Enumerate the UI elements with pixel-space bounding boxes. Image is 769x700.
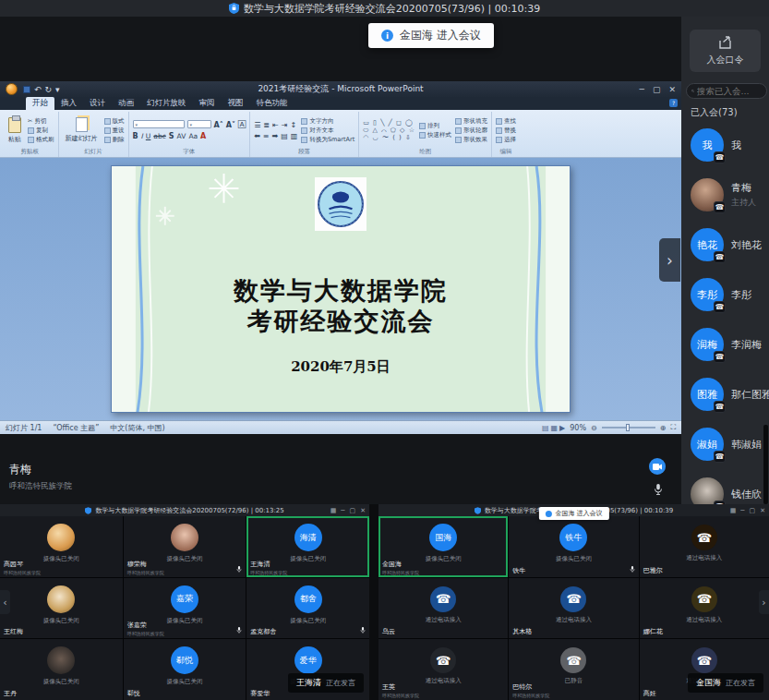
quick-access-toolbar[interactable]: ↶ ↻ ▾ — [23, 85, 60, 94]
participant-row[interactable]: ☎ 钱佳欣 — [681, 469, 769, 504]
tab-animations[interactable]: 动画 — [112, 97, 140, 110]
video-tile[interactable]: 摄像头已关闭 王丹 — [0, 639, 123, 700]
strikethrough-button[interactable]: abc — [153, 132, 165, 140]
arrange-button[interactable]: 排列 — [419, 122, 451, 130]
maximize-icon[interactable]: ▢ — [350, 507, 356, 514]
reset-button[interactable]: 重设 — [104, 127, 125, 135]
align-center-button[interactable]: ≡ — [263, 132, 270, 140]
change-case-button[interactable]: Aa — [188, 132, 198, 140]
office-button[interactable] — [6, 83, 18, 95]
normal-view-icon[interactable]: ▤ — [542, 424, 549, 432]
clear-format-button[interactable]: 🄰 — [238, 120, 246, 129]
maximize-icon[interactable]: ▢ — [653, 85, 661, 94]
tab-view[interactable]: 视图 — [222, 97, 250, 110]
select-button[interactable]: 选择 — [496, 136, 516, 144]
search-input[interactable] — [697, 86, 762, 96]
phone-participant-tile[interactable]: ☎ 已静音 巴特尔呼和浩特民族学院 — [509, 639, 638, 700]
bold-button[interactable]: B — [133, 132, 138, 140]
video-tile-active-speaker[interactable]: 国海 摄像头已关闭 金国海呼和浩特民族学院 — [378, 516, 508, 577]
video-tile[interactable]: 都舍 摄像头已关闭 孟克都舍 — [246, 578, 369, 639]
smartart-button[interactable]: 转换为SmartArt — [301, 136, 354, 144]
participant-row[interactable]: 淑娟☎ 韩淑娟 — [681, 419, 769, 469]
participant-row[interactable]: 李彤☎ 李彤 — [681, 270, 769, 320]
participant-row[interactable]: 润梅☎ 李润梅 — [681, 320, 769, 369]
video-tile[interactable]: 摄像头已关闭 高园琴呼和浩特民族学院 — [0, 516, 123, 577]
video-tile[interactable]: 摄像头已关闭 王红梅 — [0, 578, 123, 639]
shape-outline-button[interactable]: 形状轮廓 — [455, 127, 487, 135]
phone-participant-tile[interactable]: ☎ 通过电话接入 乌云 — [378, 578, 508, 639]
numbering-button[interactable]: ≣ — [263, 121, 270, 129]
grow-font-button[interactable]: A˄ — [214, 121, 223, 129]
tab-design[interactable]: 设计 — [83, 97, 112, 110]
font-size-dropdown[interactable]: ▾ — [187, 120, 211, 128]
close-icon[interactable]: ✕ — [668, 85, 676, 94]
maximize-icon[interactable]: ▢ — [750, 507, 756, 514]
text-direction-button[interactable]: 文字方向 — [301, 117, 354, 126]
close-icon[interactable]: ✕ — [760, 507, 765, 514]
phone-participant-tile[interactable]: ☎ 通过电话接入 其木格 — [509, 578, 638, 639]
meeting-password-button[interactable]: 入会口令 — [690, 30, 761, 72]
phone-participant-tile[interactable]: ☎ 通过电话接入 王英呼和浩特民族学院 — [378, 639, 508, 700]
line-spacing-button[interactable]: ↕ — [290, 121, 296, 129]
undo-icon[interactable]: ↶ — [34, 85, 42, 94]
help-icon[interactable]: ? — [669, 99, 678, 107]
minimize-icon[interactable]: ─ — [640, 85, 644, 94]
video-tile[interactable]: 嘉荣 摄像头已关闭 张嘉荣呼和浩特民族学院 — [124, 578, 246, 639]
slideshow-view-icon[interactable]: ▶ — [559, 424, 565, 432]
phone-participant-tile[interactable]: ☎ 通过电话接入 娜仁花 — [640, 578, 769, 639]
fit-to-window-icon[interactable]: ⛶ — [670, 423, 676, 432]
italic-button[interactable]: I — [141, 132, 143, 140]
delete-button[interactable]: 删除 — [104, 136, 125, 144]
indent-increase-button[interactable]: ⇥ — [282, 121, 288, 129]
justify-button[interactable]: ▤ — [281, 132, 288, 140]
copy-button[interactable]: 复制 — [28, 127, 54, 135]
paste-button[interactable]: 粘贴 — [6, 114, 24, 147]
layout-icon[interactable]: ▦ — [730, 507, 737, 514]
search-box[interactable] — [686, 83, 767, 99]
shape-effects-button[interactable]: 形状效果 — [455, 136, 487, 144]
shadow-button[interactable]: S — [169, 132, 174, 140]
find-button[interactable]: 查找 — [496, 117, 516, 126]
tab-insert[interactable]: 插入 — [54, 97, 83, 110]
align-right-button[interactable]: ➡ — [272, 132, 279, 140]
tab-review[interactable]: 审阅 — [193, 97, 222, 110]
minimize-icon[interactable]: ─ — [740, 507, 744, 514]
layout-icon[interactable]: ▦ — [330, 507, 337, 514]
tab-special[interactable]: 特色功能 — [250, 97, 294, 110]
format-painter-button[interactable]: 格式刷 — [28, 136, 54, 144]
zoom-in-icon[interactable]: ⊕ — [660, 424, 667, 432]
zoom-out-icon[interactable]: ⊖ — [591, 424, 597, 432]
video-tile[interactable]: 摄像头已关闭 穆荣梅呼和浩特民族学院 — [124, 516, 246, 577]
video-tile[interactable]: 郗悦 摄像头已关闭 郗悦 — [124, 639, 246, 700]
participant-row[interactable]: 图雅☎ 那仁图雅 — [681, 369, 769, 419]
next-page-chevron[interactable]: › — [759, 590, 769, 614]
participant-row[interactable]: 我☎ 我 — [681, 120, 769, 170]
scrollbar-thumb[interactable] — [763, 425, 768, 504]
shape-fill-button[interactable]: 形状填充 — [455, 117, 487, 126]
indent-decrease-button[interactable]: ⇤ — [272, 121, 279, 129]
align-text-button[interactable]: 对齐文本 — [301, 127, 354, 135]
phone-participant-tile[interactable]: ☎ 通过电话接入 巴雅尔 — [640, 516, 769, 577]
qat-dropdown-icon[interactable]: ▾ — [55, 85, 60, 94]
video-tile[interactable]: 铁牛 摄像头已关闭 铁牛 — [509, 516, 638, 577]
bullets-button[interactable]: ☰ — [254, 121, 260, 129]
video-tile-active-speaker[interactable]: 海清 摄像头已关闭 王海清呼和浩特民族学院 — [246, 516, 369, 577]
font-color-button[interactable]: A — [200, 132, 206, 140]
quick-styles-button[interactable]: 快速样式 — [419, 131, 451, 139]
participant-row[interactable]: 艳花☎ 刘艳花 — [681, 220, 769, 270]
font-family-dropdown[interactable]: ▾ — [133, 120, 185, 128]
underline-button[interactable]: U — [146, 132, 151, 140]
prev-page-chevron[interactable]: ‹ — [0, 590, 10, 614]
align-left-button[interactable]: ⬅ — [254, 132, 260, 140]
replace-button[interactable]: 替换 — [496, 127, 516, 135]
tab-home[interactable]: 开始 — [26, 97, 54, 110]
close-icon[interactable]: ✕ — [360, 507, 366, 514]
layout-button[interactable]: 版式 — [104, 117, 125, 126]
save-icon[interactable] — [23, 86, 30, 93]
slide-sorter-icon[interactable]: ▦ — [550, 424, 558, 432]
participant-row[interactable]: ☎ 青梅主持人 — [681, 170, 769, 220]
zoom-slider[interactable] — [602, 427, 655, 428]
new-slide-button[interactable]: 新建幻灯片 — [63, 114, 101, 147]
shapes-gallery[interactable]: ▭ ▯ ╲ ╱ ◻ ◯ ⬭ △ ⌒ ⬠ ◇ ☆ ◠ ◡ 〜 ( ) ⇩ — [363, 114, 415, 147]
redo-icon[interactable]: ↻ — [45, 85, 53, 94]
